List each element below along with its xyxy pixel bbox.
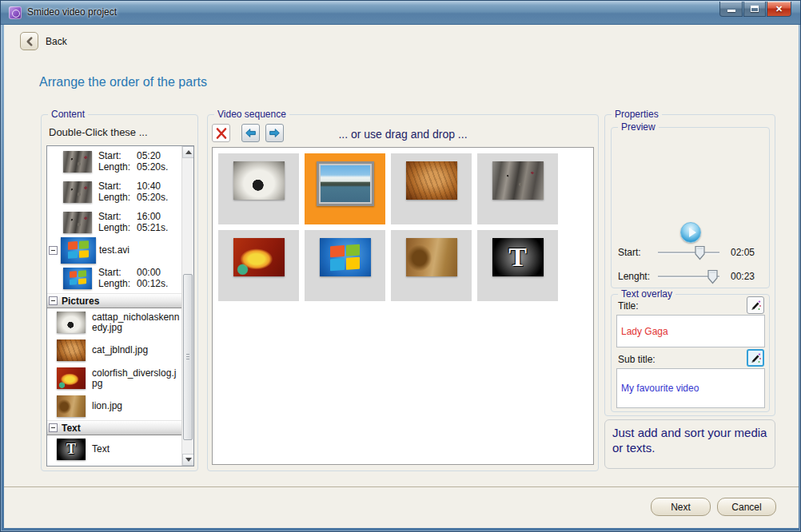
clip-length-value: 05:21s.: [137, 222, 168, 233]
subtitle-label: Sub title:: [618, 354, 656, 365]
flag-pane: [70, 271, 77, 277]
crowd-thumbnail: [63, 151, 92, 173]
content-scrollbar[interactable]: [181, 146, 193, 466]
sequence-tile[interactable]: [218, 153, 299, 224]
length-slider[interactable]: [656, 268, 721, 284]
flag-pane: [330, 258, 345, 271]
sequence-tile[interactable]: T: [477, 230, 558, 301]
letter-t-glyph: T: [66, 441, 76, 458]
length-slider-thumb[interactable]: [707, 269, 718, 284]
windows-flag-icon: [68, 241, 89, 260]
collapse-icon[interactable]: [49, 296, 58, 305]
file-name: test.avi: [99, 244, 130, 256]
video-sequence-title: Video sequence: [214, 109, 289, 121]
edit-font-icon: [750, 352, 761, 363]
crowd-thumbnail: [63, 212, 92, 233]
sequence-tile[interactable]: [305, 153, 385, 224]
collapse-icon[interactable]: [49, 423, 58, 432]
play-button[interactable]: [680, 222, 701, 243]
length-slider-row: Lenght: 00:23: [618, 268, 763, 284]
properties-panel: Properties Preview Start: 02:05 L: [604, 114, 775, 416]
collapse-icon[interactable]: [49, 246, 58, 255]
windows-thumbnail: [63, 268, 92, 289]
title-label: Title:: [618, 300, 639, 312]
clip-length-label: Length:: [98, 278, 135, 289]
drag-drop-hint: ... or use drag and drop ...: [208, 128, 598, 141]
clip-info: Start:16:00Length:05:21s.: [98, 211, 168, 233]
windows-flag-icon: [70, 271, 86, 286]
maximize-button[interactable]: [743, 2, 766, 17]
content-section-header[interactable]: Pictures: [47, 293, 181, 308]
flag-pane: [345, 257, 360, 270]
clip-info: Start:00:00Length:00:12s.: [98, 267, 168, 289]
sequence-tile[interactable]: [305, 230, 385, 301]
clip-start-value: 00:00: [137, 267, 168, 278]
content-item-clip[interactable]: Start:16:00Length:05:21s.: [47, 207, 181, 237]
clip-length-value: 05:20s.: [137, 161, 168, 173]
scroll-down-button[interactable]: [182, 454, 194, 466]
sequence-tile[interactable]: [391, 153, 472, 224]
preview-group: Preview Start: 02:05 Lenght:: [611, 127, 770, 288]
back-chevron-icon: [24, 36, 35, 47]
next-button[interactable]: Next: [651, 498, 711, 516]
file-name: lion.jpg: [92, 401, 180, 411]
content-item-file[interactable]: lion.jpg: [47, 392, 181, 420]
sequence-tile[interactable]: [391, 230, 472, 301]
clip-length-value: 05:20s.: [137, 192, 168, 203]
clip-start-label: Start:: [98, 181, 135, 192]
content-item-clip[interactable]: Start:00:00Length:00:12s.: [47, 263, 181, 293]
start-value: 02:05: [731, 247, 763, 258]
minimize-button[interactable]: [719, 2, 743, 17]
title-font-button[interactable]: [747, 296, 764, 314]
flag-pane: [68, 242, 78, 250]
subtitle-font-button[interactable]: [747, 349, 764, 367]
start-slider-thumb[interactable]: [695, 245, 705, 260]
title-input[interactable]: [616, 315, 765, 347]
start-slider-track: [658, 252, 719, 253]
page-title: Arrange the order of the parts: [39, 75, 207, 89]
content-item-file[interactable]: cattap_nicholaskennedy.jpg: [47, 308, 181, 336]
preview-title: Preview: [618, 121, 659, 133]
cat-bw-thumbnail: [233, 161, 285, 200]
content-item-file[interactable]: TText: [47, 435, 181, 463]
lion-thumbnail: [406, 238, 457, 276]
edit-font-icon: [750, 300, 761, 311]
length-label: Lenght:: [618, 271, 656, 282]
app-window: Smideo video project ✕ Back Arrange the …: [0, 0, 801, 532]
cat-orange-thumbnail: [57, 339, 86, 361]
clip-start-label: Start:: [98, 211, 135, 222]
content-item-file[interactable]: cat_jblndl.jpg: [47, 336, 181, 364]
cancel-button[interactable]: Cancel: [717, 498, 776, 516]
clip-start-label: Start:: [98, 150, 135, 161]
letter-t-glyph: T: [508, 242, 527, 272]
windows-thumbnail: [61, 237, 96, 264]
scrollbar-thumb[interactable]: [183, 274, 193, 440]
titlebar[interactable]: Smideo video project ✕: [1, 1, 800, 25]
content-item-clip[interactable]: Start:05:20Length:05:20s.: [47, 146, 181, 177]
close-button[interactable]: ✕: [767, 2, 791, 17]
clip-length-label: Length:: [98, 222, 135, 233]
start-slider[interactable]: [656, 244, 721, 260]
back-button[interactable]: [20, 32, 38, 50]
content-list: Start:05:20Length:05:20s.Start:10:40Leng…: [47, 146, 181, 466]
file-name: colorfish_diverslog.jpg: [92, 368, 180, 389]
sequence-tile[interactable]: [477, 153, 558, 224]
section-label: Pictures: [62, 296, 99, 307]
subtitle-input[interactable]: [616, 368, 765, 408]
windows-flag-icon: [330, 244, 360, 270]
info-box: Just add and sort your media or texts.: [604, 419, 775, 469]
fish-thumbnail: [57, 367, 86, 389]
content-item-file[interactable]: colorfish_diverslog.jpg: [47, 364, 181, 392]
cat-bw-thumbnail: [57, 312, 86, 333]
back-label: Back: [46, 36, 67, 47]
content-item-file[interactable]: test.avi: [47, 237, 181, 263]
section-label: Text: [62, 423, 81, 434]
footer-separator: [4, 486, 799, 487]
scroll-up-button[interactable]: [182, 146, 194, 158]
app-icon: [9, 6, 22, 19]
sequence-tile[interactable]: [218, 230, 299, 301]
content-section-header[interactable]: Text: [47, 420, 181, 435]
flag-pane: [70, 279, 77, 285]
content-item-clip[interactable]: Start:10:40Length:05:20s.: [47, 177, 181, 207]
length-value: 00:23: [731, 271, 763, 282]
